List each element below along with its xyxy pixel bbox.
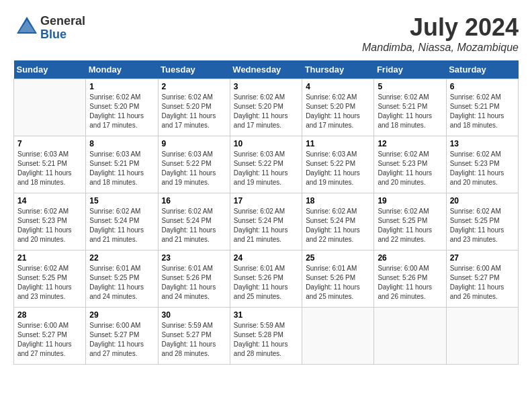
day-info: Sunrise: 6:02 AM Sunset: 5:24 PM Dayligh… [234,207,298,244]
day-number: 4 [306,82,370,91]
day-info: Sunrise: 6:01 AM Sunset: 5:26 PM Dayligh… [234,264,298,302]
day-info: Sunrise: 6:02 AM Sunset: 5:21 PM Dayligh… [450,93,515,130]
day-number: 2 [162,82,226,91]
day-number: 26 [378,253,442,263]
day-number: 11 [306,139,370,148]
calendar-cell: 13Sunrise: 6:02 AM Sunset: 5:23 PM Dayli… [446,136,518,193]
title-section: July 2024 Mandimba, Niassa, Mozambique [362,13,519,54]
calendar-cell: 7Sunrise: 6:03 AM Sunset: 5:21 PM Daylig… [14,136,86,193]
header-day-wednesday: Wednesday [230,60,302,79]
header-day-friday: Friday [374,60,446,79]
calendar-cell: 25Sunrise: 6:01 AM Sunset: 5:26 PM Dayli… [302,250,374,308]
day-info: Sunrise: 6:03 AM Sunset: 5:22 PM Dayligh… [306,150,370,187]
day-info: Sunrise: 6:03 AM Sunset: 5:21 PM Dayligh… [17,150,82,187]
calendar-cell: 11Sunrise: 6:03 AM Sunset: 5:22 PM Dayli… [302,136,374,193]
day-info: Sunrise: 6:02 AM Sunset: 5:23 PM Dayligh… [378,150,442,187]
header-day-monday: Monday [86,60,158,79]
day-info: Sunrise: 6:01 AM Sunset: 5:26 PM Dayligh… [306,264,370,302]
day-info: Sunrise: 6:02 AM Sunset: 5:24 PM Dayligh… [162,207,226,244]
header-day-thursday: Thursday [302,60,374,79]
day-number: 19 [378,196,442,205]
day-info: Sunrise: 6:02 AM Sunset: 5:20 PM Dayligh… [234,93,298,130]
calendar-cell: 24Sunrise: 6:01 AM Sunset: 5:26 PM Dayli… [230,250,302,308]
day-number: 14 [17,196,82,205]
day-info: Sunrise: 6:02 AM Sunset: 5:20 PM Dayligh… [162,93,226,130]
day-number: 5 [378,82,442,91]
week-row-2: 7Sunrise: 6:03 AM Sunset: 5:21 PM Daylig… [14,136,519,193]
calendar-cell [302,308,374,365]
calendar-cell: 16Sunrise: 6:02 AM Sunset: 5:24 PM Dayli… [158,193,230,250]
day-number: 25 [306,253,370,263]
day-info: Sunrise: 6:00 AM Sunset: 5:26 PM Dayligh… [378,264,442,302]
day-info: Sunrise: 6:02 AM Sunset: 5:24 PM Dayligh… [306,207,370,244]
calendar-cell: 5Sunrise: 6:02 AM Sunset: 5:21 PM Daylig… [374,79,446,136]
week-row-1: 1Sunrise: 6:02 AM Sunset: 5:20 PM Daylig… [14,79,519,136]
calendar-cell: 26Sunrise: 6:00 AM Sunset: 5:26 PM Dayli… [374,250,446,308]
day-number: 3 [234,82,298,91]
calendar-cell: 15Sunrise: 6:02 AM Sunset: 5:24 PM Dayli… [86,193,158,250]
day-number: 16 [162,196,226,205]
calendar-cell: 20Sunrise: 6:02 AM Sunset: 5:25 PM Dayli… [446,193,518,250]
day-info: Sunrise: 6:02 AM Sunset: 5:24 PM Dayligh… [89,207,154,244]
day-info: Sunrise: 6:02 AM Sunset: 5:21 PM Dayligh… [378,93,442,130]
day-number: 8 [89,139,154,148]
header-day-saturday: Saturday [446,60,518,79]
header-row: SundayMondayTuesdayWednesdayThursdayFrid… [14,60,519,79]
day-number: 7 [17,139,82,148]
day-info: Sunrise: 6:01 AM Sunset: 5:25 PM Dayligh… [89,264,154,302]
day-number: 30 [162,310,226,320]
calendar-cell: 27Sunrise: 6:00 AM Sunset: 5:27 PM Dayli… [446,250,518,308]
calendar-cell: 21Sunrise: 6:02 AM Sunset: 5:25 PM Dayli… [14,250,86,308]
calendar-cell: 22Sunrise: 6:01 AM Sunset: 5:25 PM Dayli… [86,250,158,308]
calendar-cell: 8Sunrise: 6:03 AM Sunset: 5:21 PM Daylig… [86,136,158,193]
calendar-cell: 14Sunrise: 6:02 AM Sunset: 5:23 PM Dayli… [14,193,86,250]
calendar-cell: 2Sunrise: 6:02 AM Sunset: 5:20 PM Daylig… [158,79,230,136]
day-number: 6 [450,82,515,91]
week-row-5: 28Sunrise: 6:00 AM Sunset: 5:27 PM Dayli… [14,308,519,365]
week-row-4: 21Sunrise: 6:02 AM Sunset: 5:25 PM Dayli… [14,250,519,308]
day-number: 21 [17,253,82,263]
calendar-cell: 9Sunrise: 6:03 AM Sunset: 5:22 PM Daylig… [158,136,230,193]
calendar-cell: 30Sunrise: 5:59 AM Sunset: 5:27 PM Dayli… [158,308,230,365]
day-number: 17 [234,196,298,205]
day-info: Sunrise: 6:02 AM Sunset: 5:25 PM Dayligh… [450,207,515,244]
logo-general-text: General [40,15,85,28]
calendar-cell: 19Sunrise: 6:02 AM Sunset: 5:25 PM Dayli… [374,193,446,250]
day-info: Sunrise: 6:02 AM Sunset: 5:25 PM Dayligh… [378,207,442,244]
calendar-cell: 28Sunrise: 6:00 AM Sunset: 5:27 PM Dayli… [14,308,86,365]
day-info: Sunrise: 6:00 AM Sunset: 5:27 PM Dayligh… [89,321,154,359]
calendar-cell: 23Sunrise: 6:01 AM Sunset: 5:26 PM Dayli… [158,250,230,308]
logo: General Blue [13,13,85,43]
day-number: 9 [162,139,226,148]
calendar-cell [446,308,518,365]
day-number: 13 [450,139,515,148]
header-day-tuesday: Tuesday [158,60,230,79]
calendar-cell: 1Sunrise: 6:02 AM Sunset: 5:20 PM Daylig… [86,79,158,136]
day-info: Sunrise: 6:00 AM Sunset: 5:27 PM Dayligh… [450,264,515,302]
calendar-cell: 10Sunrise: 6:03 AM Sunset: 5:22 PM Dayli… [230,136,302,193]
day-info: Sunrise: 6:03 AM Sunset: 5:22 PM Dayligh… [234,150,298,187]
calendar-cell: 4Sunrise: 6:02 AM Sunset: 5:20 PM Daylig… [302,79,374,136]
day-info: Sunrise: 6:02 AM Sunset: 5:20 PM Dayligh… [89,93,154,130]
day-info: Sunrise: 6:03 AM Sunset: 5:22 PM Dayligh… [162,150,226,187]
day-info: Sunrise: 5:59 AM Sunset: 5:28 PM Dayligh… [234,321,298,359]
header-day-sunday: Sunday [14,60,86,79]
day-number: 23 [162,253,226,263]
day-info: Sunrise: 6:00 AM Sunset: 5:27 PM Dayligh… [17,321,82,359]
day-number: 15 [89,196,154,205]
day-number: 10 [234,139,298,148]
day-info: Sunrise: 6:01 AM Sunset: 5:26 PM Dayligh… [162,264,226,302]
calendar-subtitle: Mandimba, Niassa, Mozambique [362,42,519,54]
day-number: 20 [450,196,515,205]
day-number: 27 [450,253,515,263]
day-info: Sunrise: 6:02 AM Sunset: 5:20 PM Dayligh… [306,93,370,130]
calendar-cell: 6Sunrise: 6:02 AM Sunset: 5:21 PM Daylig… [446,79,518,136]
logo-blue-text: Blue [40,28,85,42]
day-info: Sunrise: 6:03 AM Sunset: 5:21 PM Dayligh… [89,150,154,187]
day-info: Sunrise: 6:02 AM Sunset: 5:23 PM Dayligh… [450,150,515,187]
day-number: 29 [89,310,154,320]
calendar-title: July 2024 [362,13,519,42]
day-info: Sunrise: 5:59 AM Sunset: 5:27 PM Dayligh… [162,321,226,359]
day-number: 24 [234,253,298,263]
logo-icon [13,13,40,40]
